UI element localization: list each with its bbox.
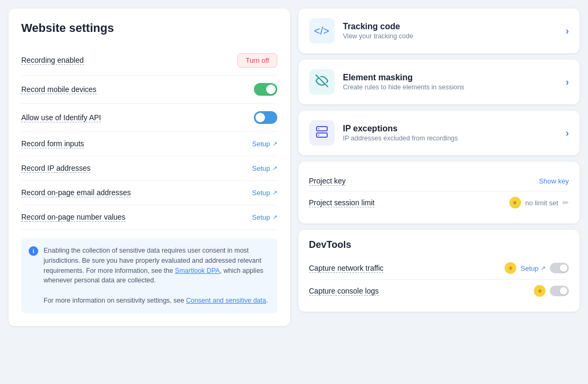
ip-exceptions-subtitle: IP addresses excluded from recordings — [343, 135, 558, 142]
record-email-setup-link[interactable]: Setup ↗ — [252, 189, 277, 197]
page-title: Website settings — [21, 21, 277, 35]
info-text-content: Enabling the collection of sensitive dat… — [44, 246, 270, 306]
eye-slash-icon — [316, 74, 328, 90]
recording-enabled-row: Recording enabled Turn off — [21, 46, 277, 76]
record-email-row: Record on-page email addresses Setup ↗ — [21, 181, 277, 205]
project-session-row: Project session limit ★ no limit set ✏ — [309, 191, 569, 214]
recording-enabled-label: Recording enabled — [21, 56, 84, 65]
network-external-link-icon: ↗ — [541, 265, 546, 272]
console-star-icon: ★ — [537, 287, 543, 295]
element-masking-icon-box — [309, 69, 335, 95]
capture-console-row: Capture console logs ★ — [309, 280, 569, 302]
ip-exceptions-card[interactable]: IP exceptions IP addresses excluded from… — [299, 111, 580, 155]
tracking-code-subtitle: View your tracking code — [343, 32, 558, 40]
project-key-label: Project key — [309, 177, 346, 186]
keys-card: Project key Show key Project session lim… — [299, 162, 580, 223]
capture-network-controls: ★ Setup ↗ — [505, 262, 569, 274]
element-masking-subtitle: Create rules to hide elements in session… — [343, 84, 558, 91]
allow-identify-toggle[interactable] — [254, 111, 277, 124]
star-icon: ★ — [512, 199, 518, 206]
devtools-card: DevTools Capture network traffic ★ Setup… — [299, 230, 580, 312]
edit-session-limit-icon[interactable]: ✏ — [563, 198, 569, 207]
allow-identify-row: Allow use of Identify API — [21, 104, 277, 132]
record-mobile-toggle[interactable] — [254, 83, 277, 96]
smartlook-dpa-link[interactable]: Smartlook DPA — [175, 267, 220, 274]
record-form-setup-link[interactable]: Setup ↗ — [252, 140, 277, 148]
capture-network-row: Capture network traffic ★ Setup ↗ — [309, 257, 569, 280]
element-masking-card[interactable]: Element masking Create rules to hide ele… — [299, 60, 580, 104]
capture-network-label: Capture network traffic — [309, 264, 384, 273]
external-link-icon2: ↗ — [272, 165, 277, 172]
capture-network-toggle[interactable] — [550, 263, 569, 273]
sensitive-data-info-box: i Enabling the collection of sensitive d… — [21, 238, 277, 313]
network-star-icon: ★ — [508, 264, 514, 272]
record-form-row: Record form inputs Setup ↗ — [21, 132, 277, 156]
right-panel: </> Tracking code View your tracking cod… — [299, 9, 580, 326]
record-mobile-row: Record mobile devices — [21, 76, 277, 104]
no-limit-text: no limit set — [525, 199, 558, 207]
consent-sensitive-link[interactable]: Consent and sensitive data — [186, 297, 266, 304]
capture-console-label: Capture console logs — [309, 287, 379, 296]
capture-console-toggle[interactable] — [550, 286, 569, 296]
record-number-row: Record on-page number values Setup ↗ — [21, 205, 277, 230]
tracking-code-card[interactable]: </> Tracking code View your tracking cod… — [299, 9, 580, 53]
tracking-code-arrow-icon: › — [566, 26, 569, 37]
star-badge: ★ — [509, 197, 521, 208]
project-session-label: Project session limit — [309, 198, 375, 207]
ip-exceptions-icon-box — [309, 120, 335, 146]
show-key-button[interactable]: Show key — [539, 177, 569, 185]
external-link-icon4: ↗ — [272, 214, 277, 221]
allow-identify-label: Allow use of Identify API — [21, 113, 101, 122]
record-email-label: Record on-page email addresses — [21, 188, 131, 197]
record-ip-label: Record IP addresses — [21, 164, 90, 173]
console-star-badge: ★ — [534, 285, 546, 297]
record-ip-row: Record IP addresses Setup ↗ — [21, 156, 277, 181]
external-link-icon3: ↗ — [272, 189, 277, 196]
record-mobile-label: Record mobile devices — [21, 85, 97, 94]
tracking-code-title: Tracking code — [343, 22, 558, 31]
capture-console-controls: ★ — [534, 285, 569, 297]
element-masking-arrow-icon: › — [566, 77, 569, 88]
devtools-title: DevTools — [309, 239, 569, 251]
record-number-label: Record on-page number values — [21, 213, 125, 222]
website-settings-panel: Website settings Recording enabled Turn … — [8, 9, 290, 326]
network-star-badge: ★ — [505, 262, 516, 274]
info-icon: i — [29, 246, 38, 256]
tracking-code-content: Tracking code View your tracking code — [343, 22, 558, 40]
turn-off-button[interactable]: Turn off — [237, 53, 277, 68]
network-icon — [316, 126, 328, 141]
ip-exceptions-title: IP exceptions — [343, 124, 558, 133]
code-icon: </> — [314, 25, 329, 37]
element-masking-title: Element masking — [343, 73, 558, 82]
project-session-value-row: ★ no limit set ✏ — [509, 197, 569, 208]
project-key-row: Project key Show key — [309, 171, 569, 191]
element-masking-content: Element masking Create rules to hide ele… — [343, 73, 558, 91]
record-ip-setup-link[interactable]: Setup ↗ — [252, 164, 277, 172]
record-form-label: Record form inputs — [21, 139, 84, 148]
ip-exceptions-content: IP exceptions IP addresses excluded from… — [343, 124, 558, 142]
external-link-icon: ↗ — [272, 140, 277, 147]
ip-exceptions-arrow-icon: › — [566, 128, 569, 139]
tracking-code-icon-box: </> — [309, 18, 335, 44]
record-number-setup-link[interactable]: Setup ↗ — [252, 213, 277, 221]
capture-network-setup-link[interactable]: Setup ↗ — [521, 264, 546, 272]
